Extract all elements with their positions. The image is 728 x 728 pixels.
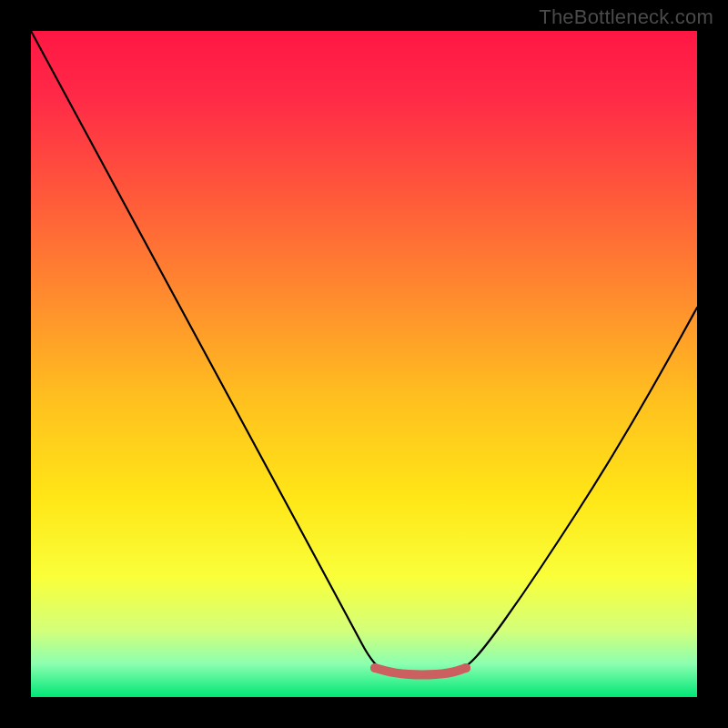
curve-layer [31, 31, 697, 697]
bottleneck-curve [31, 31, 697, 675]
optimal-zone-dot-left [370, 663, 379, 672]
chart-frame [31, 31, 697, 697]
optimal-zone-dot-right [461, 663, 470, 672]
optimal-zone-curve [375, 668, 466, 675]
attribution-label: TheBottleneck.com [539, 5, 713, 29]
